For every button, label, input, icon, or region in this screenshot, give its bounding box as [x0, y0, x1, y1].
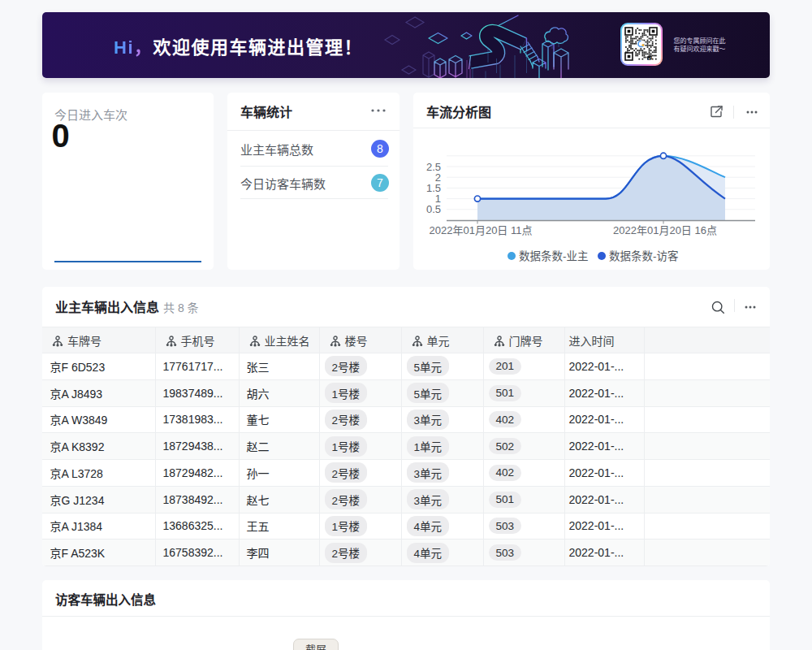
svg-text:1: 1 [435, 193, 441, 205]
svg-text:数据条数-访客: 数据条数-访客 [609, 249, 679, 262]
svg-text:1.5: 1.5 [426, 182, 441, 194]
svg-text:2: 2 [435, 171, 441, 184]
svg-text:2022年01月20日 11点: 2022年01月20日 11点 [430, 224, 533, 236]
svg-text:2022年01月20日 16点: 2022年01月20日 16点 [613, 224, 717, 236]
svg-text:2.5: 2.5 [426, 161, 441, 173]
svg-text:+1: +1 [648, 57, 653, 61]
svg-text:数据条数-业主: 数据条数-业主 [519, 249, 589, 262]
svg-text:0.5: 0.5 [426, 203, 441, 215]
